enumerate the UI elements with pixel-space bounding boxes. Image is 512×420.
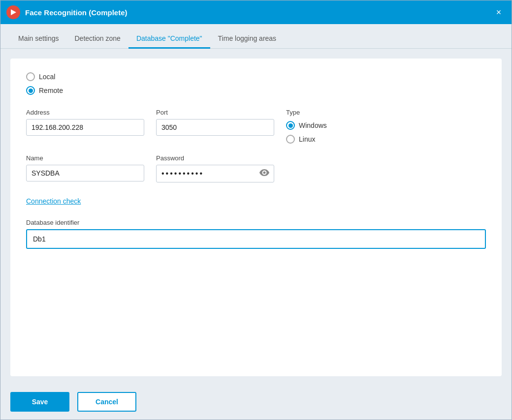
connection-type-radio-group: Local Remote <box>26 72 486 95</box>
radio-windows-label[interactable]: Windows <box>286 121 327 130</box>
password-label: Password <box>156 154 274 162</box>
address-field-group: Address <box>26 109 144 136</box>
type-label: Type <box>286 109 327 116</box>
address-input[interactable] <box>26 119 144 136</box>
tab-time-logging-areas[interactable]: Time logging areas <box>210 30 285 49</box>
save-button[interactable]: Save <box>10 392 69 412</box>
tabs-bar: Main settings Detection zone Database "C… <box>0 24 512 49</box>
tab-detection-zone[interactable]: Detection zone <box>66 30 128 49</box>
radio-remote-label[interactable]: Remote <box>26 86 486 95</box>
titlebar: Face Recognition (Complete) × <box>0 0 512 24</box>
svg-marker-0 <box>11 9 16 15</box>
radio-local-label[interactable]: Local <box>26 72 486 81</box>
radio-local-circle[interactable] <box>26 72 35 81</box>
radio-windows-text: Windows <box>299 121 327 129</box>
port-input[interactable] <box>156 119 274 136</box>
db-identifier-label: Database identifier <box>26 219 486 226</box>
cancel-button[interactable]: Cancel <box>77 392 136 412</box>
app-window: Face Recognition (Complete) × Main setti… <box>0 0 512 420</box>
radio-remote-text: Remote <box>39 87 63 94</box>
address-label: Address <box>26 109 144 116</box>
password-field-group: Password <box>156 154 274 182</box>
radio-linux-text: Linux <box>299 135 315 143</box>
db-identifier-input[interactable] <box>26 229 486 249</box>
app-icon <box>6 5 20 19</box>
tab-database-complete[interactable]: Database "Complete" <box>128 30 210 49</box>
name-input[interactable] <box>26 165 144 181</box>
eye-icon[interactable] <box>259 169 269 178</box>
port-label: Port <box>156 109 274 116</box>
type-radio-group: Windows Linux <box>286 121 327 144</box>
name-field-group: Name <box>26 154 144 181</box>
password-input[interactable] <box>156 165 274 182</box>
radio-linux-circle[interactable] <box>286 135 295 144</box>
name-label: Name <box>26 154 144 162</box>
window-title: Face Recognition (Complete) <box>25 8 492 17</box>
password-wrapper <box>156 165 274 182</box>
port-field-group: Port <box>156 109 274 136</box>
settings-panel: Local Remote Address Port Type <box>10 59 502 376</box>
footer: Save Cancel <box>0 384 512 420</box>
db-identifier-group: Database identifier <box>26 219 486 249</box>
radio-windows-circle[interactable] <box>286 121 295 130</box>
connection-check-link[interactable]: Connection check <box>26 197 486 205</box>
radio-remote-circle[interactable] <box>26 86 35 95</box>
radio-linux-label[interactable]: Linux <box>286 135 327 144</box>
name-password-row: Name Password <box>26 154 486 182</box>
close-button[interactable]: × <box>492 5 506 19</box>
radio-local-text: Local <box>39 73 55 81</box>
content-area: Local Remote Address Port Type <box>0 49 512 384</box>
address-port-type-row: Address Port Type Windows <box>26 109 486 144</box>
type-field-group: Type Windows Linux <box>286 109 327 144</box>
tab-main-settings[interactable]: Main settings <box>10 30 66 49</box>
